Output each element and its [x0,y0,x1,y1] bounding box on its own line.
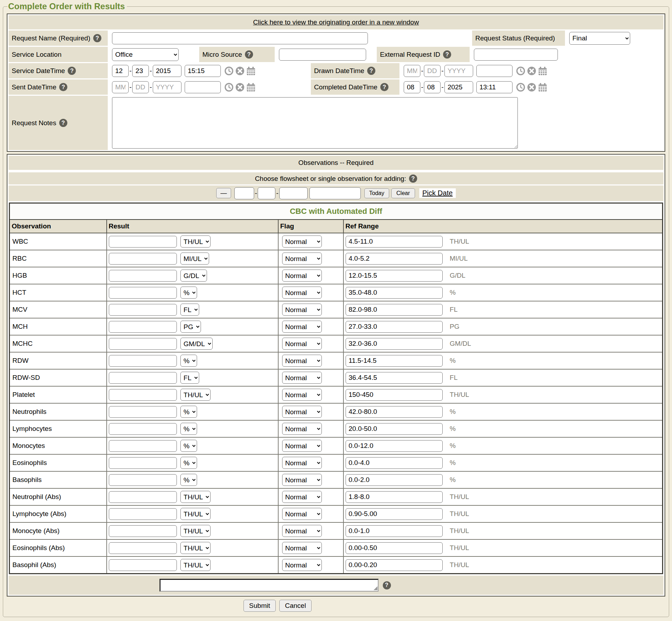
result-input[interactable] [109,304,177,316]
pick-date-link[interactable]: Pick Date [422,189,453,197]
help-icon[interactable]: ? [443,50,451,59]
flag-select[interactable]: Normal [282,235,322,248]
result-input[interactable] [109,542,177,554]
ref-range-input[interactable] [346,287,443,299]
help-icon[interactable]: ? [59,119,67,127]
ref-range-input[interactable] [346,321,443,333]
flag-select[interactable]: Normal [282,253,322,265]
flowsheet-time-input[interactable] [309,187,361,199]
result-unit-select[interactable]: FL [180,372,199,384]
service-date-mm-input[interactable] [112,65,129,77]
today-button[interactable]: Today [364,188,390,198]
service-date-dd-input[interactable] [132,65,149,77]
flowsheet-date-mm-input[interactable] [234,187,254,199]
result-unit-select[interactable]: PG [180,321,201,333]
service-date-yyyy-input[interactable] [153,65,181,77]
result-input[interactable] [109,491,177,503]
result-unit-select[interactable]: TH/UL [180,559,211,571]
result-unit-select[interactable]: % [180,423,197,435]
ref-range-input[interactable] [346,406,443,418]
flag-select[interactable]: Normal [282,559,322,571]
help-icon[interactable]: ? [380,83,388,91]
result-input[interactable] [109,389,177,401]
clear-datetime-button[interactable] [235,83,245,92]
flag-select[interactable]: Normal [282,423,322,435]
external-request-id-input[interactable] [474,49,558,61]
completed-date-mm-input[interactable] [404,81,420,93]
result-unit-select[interactable]: TH/UL [180,389,211,401]
clear-datetime-button[interactable] [235,66,245,76]
flag-select[interactable]: Normal [282,491,322,503]
result-input[interactable] [109,321,177,333]
flowsheet-date-dd-input[interactable] [258,187,275,199]
result-unit-select[interactable]: TH/UL [180,525,211,537]
result-unit-select[interactable]: % [180,457,197,469]
flag-select[interactable]: Normal [282,270,322,282]
clear-datetime-button[interactable] [527,83,536,92]
request-name-input[interactable] [112,32,368,44]
flowsheet-date-yyyy-input[interactable] [279,187,308,199]
result-input[interactable] [109,457,177,469]
help-icon[interactable]: ? [367,67,375,75]
flag-select[interactable]: Normal [282,304,322,316]
flag-select[interactable]: Normal [282,440,322,452]
result-unit-select[interactable]: G/DL [180,270,207,282]
calendar-picker-button[interactable] [538,66,547,76]
clear-button[interactable]: Clear [391,188,415,198]
observation-search-combobox[interactable] [159,579,379,592]
flag-select[interactable]: Normal [282,542,322,554]
ref-range-input[interactable] [346,236,443,248]
result-unit-select[interactable]: % [180,355,197,367]
flag-select[interactable]: Normal [282,355,322,367]
remove-flowsheet-button[interactable]: — [216,188,231,198]
ref-range-input[interactable] [346,559,443,571]
help-icon[interactable]: ? [245,50,253,59]
result-input[interactable] [109,338,177,350]
result-input[interactable] [109,355,177,367]
ref-range-input[interactable] [346,508,443,520]
result-unit-select[interactable]: % [180,287,197,299]
result-input[interactable] [109,236,177,248]
submit-button[interactable]: Submit [243,600,276,612]
result-unit-select[interactable]: MI/UL [180,253,209,265]
calendar-picker-button[interactable] [538,83,547,92]
ref-range-input[interactable] [346,372,443,384]
result-input[interactable] [109,559,177,571]
help-icon[interactable]: ? [383,581,391,589]
flag-select[interactable]: Normal [282,508,322,520]
sent-date-mm-input[interactable] [112,81,129,93]
set-time-now-button[interactable] [224,83,234,92]
clear-datetime-button[interactable] [527,66,536,76]
ref-range-input[interactable] [346,423,443,435]
result-unit-select[interactable]: % [180,406,197,418]
help-icon[interactable]: ? [409,174,417,183]
completed-date-yyyy-input[interactable] [444,81,473,93]
flag-select[interactable]: Normal [282,321,322,333]
flag-select[interactable]: Normal [282,406,322,418]
completed-time-input[interactable] [476,81,513,93]
result-input[interactable] [109,253,177,265]
set-time-now-button[interactable] [516,66,525,76]
result-unit-select[interactable]: % [180,474,197,486]
drawn-date-yyyy-input[interactable] [444,65,473,77]
ref-range-input[interactable] [346,338,443,350]
ref-range-input[interactable] [346,440,443,452]
help-icon[interactable]: ? [93,34,101,42]
ref-range-input[interactable] [346,542,443,554]
flag-select[interactable]: Normal [282,287,322,299]
cancel-button[interactable]: Cancel [279,600,312,612]
sent-date-yyyy-input[interactable] [153,81,181,93]
result-input[interactable] [109,423,177,435]
flag-select[interactable]: Normal [282,338,322,350]
ref-range-input[interactable] [346,304,443,316]
calendar-picker-button[interactable] [246,66,256,76]
micro-source-input[interactable] [279,49,366,61]
drawn-time-input[interactable] [476,65,513,77]
result-input[interactable] [109,474,177,486]
ref-range-input[interactable] [346,253,443,265]
ref-range-input[interactable] [346,389,443,401]
flag-select[interactable]: Normal [282,474,322,486]
result-unit-select[interactable]: TH/UL [180,235,211,248]
flag-select[interactable]: Normal [282,525,322,537]
flag-select[interactable]: Normal [282,372,322,384]
